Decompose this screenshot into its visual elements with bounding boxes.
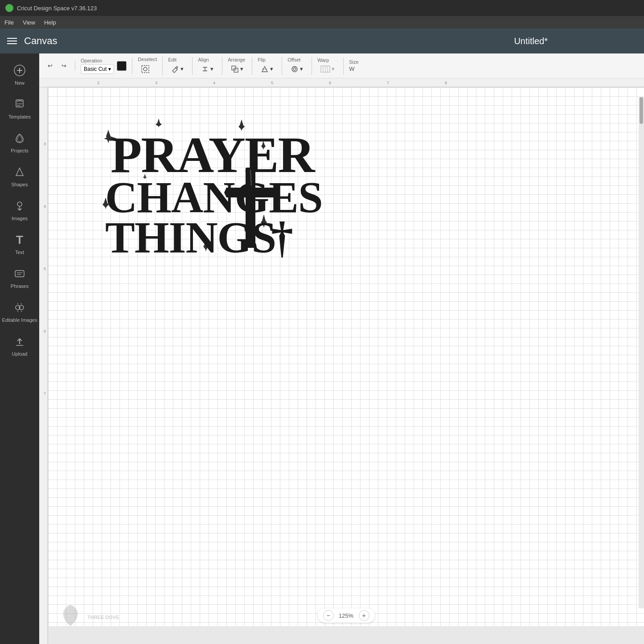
offset-label: Offset [287, 57, 306, 62]
zoom-level: 125% [337, 612, 355, 619]
project-title: Untitled* [514, 36, 548, 46]
sidebar-item-templates-label: Templates [8, 114, 31, 119]
size-label: Size [349, 59, 358, 65]
zoom-out-button[interactable]: − [323, 610, 334, 621]
warp-button[interactable]: ▾ [317, 64, 338, 74]
undo-redo-group: ↩ ↪ [45, 61, 75, 71]
ruler-horizontal: 2 3 4 5 6 7 8 [39, 78, 644, 87]
toolbar: ↩ ↪ Operation Basic Cut ▾ Deselect [39, 53, 644, 78]
sidebar: New Templates Projects [0, 53, 39, 644]
align-button[interactable]: ▾ [198, 63, 217, 75]
svg-text:7: 7 [387, 81, 389, 85]
sidebar-item-editable-images-label: Editable Images [2, 317, 37, 323]
menu-file[interactable]: File [4, 19, 14, 26]
warp-label: Warp [317, 57, 338, 63]
canvas-title: Canvas [24, 35, 57, 47]
svg-text:5: 5 [271, 81, 273, 85]
color-swatch[interactable] [117, 61, 127, 71]
editable-images-icon [12, 299, 28, 316]
warp-group: Warp ▾ [317, 57, 344, 74]
upload-icon [12, 333, 28, 349]
text-icon: T [12, 232, 28, 248]
zoom-bar: − 125% + [318, 608, 375, 623]
edit-arrow: ▾ [180, 66, 184, 72]
hamburger-menu-button[interactable] [7, 38, 17, 44]
flip-label: Flip [258, 57, 276, 62]
svg-point-27 [292, 66, 297, 72]
sidebar-item-shapes[interactable]: Shapes [0, 159, 39, 193]
canvas-wrapper[interactable]: 2 3 4 5 6 7 8 3 4 5 6 7 [39, 78, 644, 644]
sidebar-item-templates[interactable]: Templates [0, 91, 39, 125]
sidebar-item-images[interactable]: Images [0, 193, 39, 226]
flip-group: Flip ▾ [258, 57, 282, 75]
operation-value: Basic Cut [84, 66, 107, 72]
svg-text:3: 3 [44, 142, 46, 146]
menu-help[interactable]: Help [44, 19, 56, 26]
main-layout: New Templates Projects [0, 53, 644, 644]
design-content[interactable]: PRAYER CHANGES THINGS [75, 110, 324, 270]
app-header: Canvas Untitled* [0, 29, 644, 53]
size-w-label: W [349, 66, 358, 72]
sidebar-item-projects-label: Projects [11, 148, 29, 153]
svg-point-19 [144, 67, 147, 71]
edit-button[interactable]: ▾ [168, 63, 187, 75]
svg-marker-6 [16, 168, 23, 176]
zoom-in-button[interactable]: + [359, 610, 369, 621]
title-bar: Cricut Design Space v7.36.123 [0, 0, 644, 16]
redo-button[interactable]: ↪ [58, 61, 70, 71]
sidebar-item-phrases[interactable]: Phrases [0, 260, 39, 294]
undo-button[interactable]: ↩ [45, 61, 56, 71]
svg-text:6: 6 [329, 81, 331, 85]
svg-point-28 [293, 68, 296, 70]
new-icon [12, 62, 28, 78]
sidebar-item-text-label: Text [15, 250, 24, 255]
sidebar-item-upload-label: Upload [12, 351, 28, 357]
svg-rect-8 [15, 271, 24, 277]
sidebar-item-phrases-label: Phrases [11, 283, 29, 289]
sidebar-item-editable-images[interactable]: Editable Images [0, 294, 39, 328]
sidebar-item-text[interactable]: T Text [0, 226, 39, 260]
sidebar-item-projects[interactable]: Projects [0, 125, 39, 159]
size-group: Size W [349, 59, 364, 72]
sidebar-item-new[interactable]: New [0, 57, 39, 91]
sidebar-item-upload[interactable]: Upload [0, 328, 39, 362]
scroll-thumb[interactable] [640, 97, 643, 124]
svg-text:4: 4 [213, 81, 215, 85]
phrases-icon [12, 266, 28, 282]
align-label: Align [198, 57, 217, 62]
app-title: Cricut Design Space v7.36.123 [17, 5, 97, 12]
deselect-group: Deselect [138, 57, 163, 75]
deselect-label: Deselect [138, 57, 157, 62]
svg-text:4: 4 [44, 204, 46, 209]
svg-text:3: 3 [155, 81, 157, 85]
sidebar-item-new-label: New [15, 80, 25, 86]
prayer-design-svg: PRAYER CHANGES THINGS [75, 110, 324, 270]
svg-text:6: 6 [44, 329, 46, 333]
arrange-button[interactable]: ▾ [228, 63, 246, 75]
design-canvas[interactable]: PRAYER CHANGES THINGS [48, 87, 644, 626]
menu-view[interactable]: View [23, 19, 35, 26]
align-group: Align ▾ [198, 57, 222, 75]
svg-rect-50 [246, 168, 255, 248]
scroll-bar-vertical[interactable] [639, 96, 644, 608]
templates-icon [12, 96, 28, 112]
operation-arrow: ▾ [108, 66, 111, 72]
svg-point-7 [17, 202, 22, 206]
shapes-icon [12, 164, 28, 180]
app-logo [5, 4, 13, 12]
svg-text:7: 7 [44, 391, 46, 396]
edit-label: Edit [168, 57, 187, 62]
watermark-text: THREE DOVE [87, 615, 119, 620]
offset-button[interactable]: ▾ [287, 63, 306, 75]
flip-button[interactable]: ▾ [258, 63, 276, 75]
operation-select[interactable]: Basic Cut ▾ [81, 64, 114, 74]
deselect-button[interactable] [138, 63, 157, 75]
arrange-label: Arrange [228, 57, 246, 62]
svg-text:8: 8 [445, 81, 447, 85]
svg-text:2: 2 [97, 81, 99, 85]
edit-group: Edit ▾ [168, 57, 193, 75]
sidebar-item-shapes-label: Shapes [11, 182, 28, 187]
projects-icon [12, 130, 28, 146]
sidebar-item-images-label: Images [12, 216, 28, 221]
operation-label: Operation [81, 58, 114, 63]
